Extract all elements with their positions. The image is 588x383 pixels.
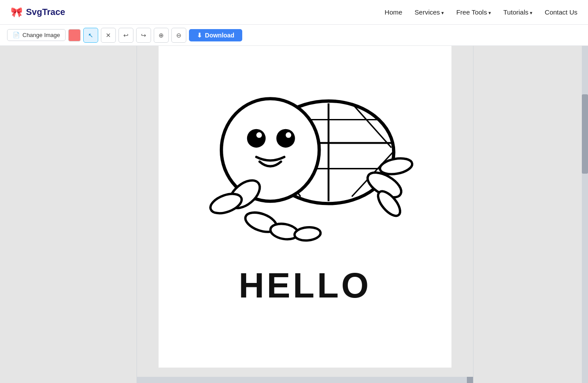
nav-link-services[interactable]: Services — [414, 8, 444, 16]
color-swatch[interactable] — [68, 29, 81, 41]
download-icon: ⬇ — [197, 32, 202, 39]
left-panel — [0, 46, 137, 383]
svg-point-18 — [207, 190, 244, 217]
turtle-svg — [184, 59, 426, 255]
redo-button[interactable]: ↪ — [136, 28, 151, 43]
change-image-button[interactable]: 📄 Change Image — [7, 29, 66, 41]
nav-item-contact[interactable]: Contact Us — [545, 8, 577, 16]
svg-point-13 — [247, 129, 265, 148]
nav-item-tutorials[interactable]: Tutorials — [503, 8, 533, 16]
eraser-icon: ✕ — [106, 32, 111, 39]
download-button[interactable]: ⬇ Download — [189, 29, 242, 41]
vertical-scrollbar-thumb[interactable] — [582, 94, 588, 174]
nav-link-contact[interactable]: Contact Us — [545, 8, 577, 16]
zoom-out-button[interactable]: ⊖ — [171, 28, 186, 43]
canvas-area[interactable]: HELLO — [137, 46, 473, 383]
horizontal-scrollbar[interactable] — [137, 377, 473, 383]
navbar: 🎀 SvgTrace Home Services Free Tools Tuto… — [0, 0, 588, 25]
nav-link-home[interactable]: Home — [385, 8, 402, 16]
logo-icon: 🎀 — [11, 7, 22, 18]
svg-point-15 — [256, 132, 262, 138]
redo-icon: ↪ — [141, 32, 146, 39]
pointer-icon: ↖ — [88, 32, 93, 39]
svg-point-16 — [285, 132, 291, 138]
zoom-in-button[interactable]: ⊕ — [154, 28, 169, 43]
logo-text: SvgTrace — [26, 7, 65, 17]
file-icon: 📄 — [13, 32, 20, 38]
nav-link-tutorials[interactable]: Tutorials — [503, 8, 533, 16]
vertical-scrollbar[interactable] — [582, 46, 588, 383]
nav-link-free-tools[interactable]: Free Tools — [456, 8, 491, 16]
right-panel — [473, 46, 588, 383]
svg-point-14 — [276, 129, 295, 148]
zoom-in-icon: ⊕ — [159, 32, 164, 39]
nav-item-services[interactable]: Services — [414, 8, 444, 16]
horizontal-scrollbar-thumb[interactable] — [467, 377, 473, 383]
undo-icon: ↩ — [123, 32, 129, 39]
download-label: Download — [205, 32, 234, 39]
logo: 🎀 SvgTrace — [11, 7, 65, 18]
nav-item-free-tools[interactable]: Free Tools — [456, 8, 491, 16]
nav-links: Home Services Free Tools Tutorials Conta… — [385, 8, 577, 16]
zoom-out-icon: ⊖ — [176, 32, 181, 39]
eraser-tool-button[interactable]: ✕ — [101, 28, 116, 43]
undo-button[interactable]: ↩ — [118, 28, 133, 43]
svg-point-21 — [294, 226, 321, 242]
svg-point-12 — [221, 99, 319, 201]
canvas-inner: HELLO — [159, 46, 451, 368]
nav-item-home[interactable]: Home — [385, 8, 402, 16]
hello-text: HELLO — [239, 265, 371, 306]
toolbar: 📄 Change Image ↖ ✕ ↩ ↪ ⊕ ⊖ ⬇ Download — [0, 25, 588, 46]
change-image-label: Change Image — [22, 32, 60, 38]
pointer-tool-button[interactable]: ↖ — [83, 28, 98, 43]
main-area: HELLO — [0, 46, 588, 383]
turtle-image — [184, 59, 426, 257]
